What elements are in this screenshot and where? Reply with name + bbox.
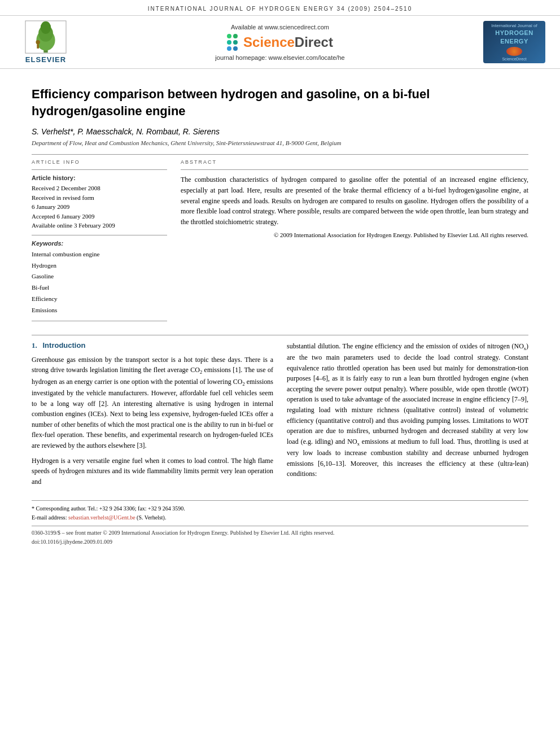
badge-subtitle: International Journal of — [491, 23, 537, 29]
bottom-bar: 0360-3199/$ – see front matter © 2009 In… — [32, 526, 528, 547]
copyright-text: © 2009 International Association for Hyd… — [181, 231, 528, 238]
accepted-date: Accepted 6 January 2009 — [32, 212, 167, 221]
badge-footer: ScienceDirect — [502, 57, 526, 61]
badge-circle — [506, 47, 522, 56]
divider-body — [32, 335, 528, 335]
homepage-text: journal homepage: www.elsevier.com/locat… — [215, 54, 344, 61]
doi-text: doi:10.1016/j.ijhydene.2009.01.009 — [32, 538, 528, 547]
footnote-email-line: E-mail address: sebastian.verhelst@UGent… — [32, 513, 528, 522]
sd-dot-1 — [227, 34, 231, 38]
keywords-list: Internal combustion engine Hydrogen Gaso… — [32, 249, 167, 316]
svg-rect-5 — [37, 44, 39, 48]
article-title: Efficiency comparison between hydrogen a… — [32, 86, 528, 119]
affiliation: Department of Flow, Heat and Combustion … — [32, 139, 528, 146]
banner: ELSEVIER Available at www.sciencedirect.… — [0, 15, 560, 69]
sciencedirect-text: ScienceDirect — [243, 34, 333, 50]
revised-label: Received in revised form — [32, 193, 167, 203]
body-col-right: substantial dilution. The engine efficie… — [287, 341, 528, 492]
divider-abstract — [181, 169, 528, 170]
abstract-col: ABSTRACT The combustion characteristics … — [181, 159, 528, 325]
info-abstract-section: ARTICLE INFO Article history: Received 2… — [32, 159, 528, 325]
body-col-left: 1. Introduction Greenhouse gas emission … — [32, 341, 273, 492]
article-title-area: Efficiency comparison between hydrogen a… — [32, 86, 528, 119]
abstract-label: ABSTRACT — [181, 159, 528, 165]
divider-1 — [32, 154, 528, 155]
history-label: Article history: — [32, 174, 167, 181]
sd-dot-4 — [233, 40, 238, 45]
page-wrapper: INTERNATIONAL JOURNAL OF HYDROGEN ENERGY… — [0, 0, 560, 747]
banner-center: Available at www.sciencedirect.com — [88, 24, 472, 61]
keywords-block: Keywords: Internal combustion engine Hyd… — [32, 240, 167, 316]
banner-right: International Journal of HYDROGENENERGY … — [478, 21, 551, 63]
elsevier-text: ELSEVIER — [25, 55, 66, 64]
footnotes: * Corresponding author. Tel.: +32 9 264 … — [32, 500, 528, 522]
keyword-1: Internal combustion engine — [32, 249, 167, 260]
section1-para2: Hydrogen is a very versatile engine fuel… — [32, 456, 273, 487]
footnote-corresponding: * Corresponding author. Tel.: +32 9 264 … — [32, 504, 528, 513]
sd-dot-6 — [233, 46, 238, 51]
article-info-col: ARTICLE INFO Article history: Received 2… — [32, 159, 167, 325]
sd-dot-3 — [227, 40, 231, 45]
divider-info — [32, 169, 167, 170]
abstract-text: The combustion characteristics of hydrog… — [181, 174, 528, 227]
sd-dots — [227, 34, 238, 51]
section1-para1: Greenhouse gas emission by the transport… — [32, 355, 273, 451]
available-text: Available at www.sciencedirect.com — [231, 24, 329, 30]
sd-dot-2 — [233, 34, 238, 38]
revised-date: 6 January 2009 — [32, 202, 167, 212]
main-content: Efficiency comparison between hydrogen a… — [0, 69, 560, 556]
keyword-4: Bi-fuel — [32, 282, 167, 294]
keyword-5: Efficiency — [32, 294, 167, 305]
keyword-3: Gasoline — [32, 271, 167, 282]
article-history: Article history: Received 2 December 200… — [32, 174, 167, 230]
divider-bottom-info — [32, 321, 167, 321]
journal-header-text: INTERNATIONAL JOURNAL OF HYDROGEN ENERGY… — [148, 6, 412, 12]
section1-number: 1. — [32, 341, 37, 350]
elsevier-logo: ELSEVIER — [23, 20, 68, 64]
journal-badge: International Journal of HYDROGENENERGY … — [483, 21, 545, 63]
issn-text: 0360-3199/$ – see front matter © 2009 In… — [32, 528, 528, 538]
section1-heading: 1. Introduction — [32, 341, 273, 350]
journal-header: INTERNATIONAL JOURNAL OF HYDROGEN ENERGY… — [0, 0, 560, 15]
divider-keywords — [32, 235, 167, 235]
online-date: Available online 3 February 2009 — [32, 221, 167, 230]
elsevier-tree-icon — [23, 20, 68, 54]
badge-title: HYDROGENENERGY — [495, 29, 533, 45]
footnote-email-link[interactable]: sebastian.verhelst@UGent.be — [68, 514, 135, 521]
keyword-6: Emissions — [32, 305, 167, 316]
footnote-author-text: * Corresponding author. Tel.: +32 9 264 … — [32, 505, 185, 512]
body-content: 1. Introduction Greenhouse gas emission … — [32, 341, 528, 492]
elsevier-logo-area: ELSEVIER — [9, 20, 82, 64]
svg-point-4 — [36, 40, 40, 44]
article-info-label: ARTICLE INFO — [32, 159, 167, 165]
keyword-2: Hydrogen — [32, 260, 167, 272]
section1-right-para1: substantial dilution. The engine efficie… — [287, 341, 528, 479]
sd-dot-5 — [227, 46, 231, 51]
svg-point-3 — [41, 21, 51, 34]
authors: S. Verhelst*, P. Maesschalck, N. Rombaut… — [32, 127, 528, 136]
footnote-email-note: (S. Verhelst). — [137, 514, 166, 521]
received-date: Received 2 December 2008 — [32, 184, 167, 193]
section1-title: Introduction — [43, 341, 86, 350]
keywords-label: Keywords: — [32, 240, 167, 247]
authors-text: S. Verhelst*, P. Maesschalck, N. Rombaut… — [32, 127, 220, 136]
sciencedirect-logo: ScienceDirect — [227, 34, 333, 51]
